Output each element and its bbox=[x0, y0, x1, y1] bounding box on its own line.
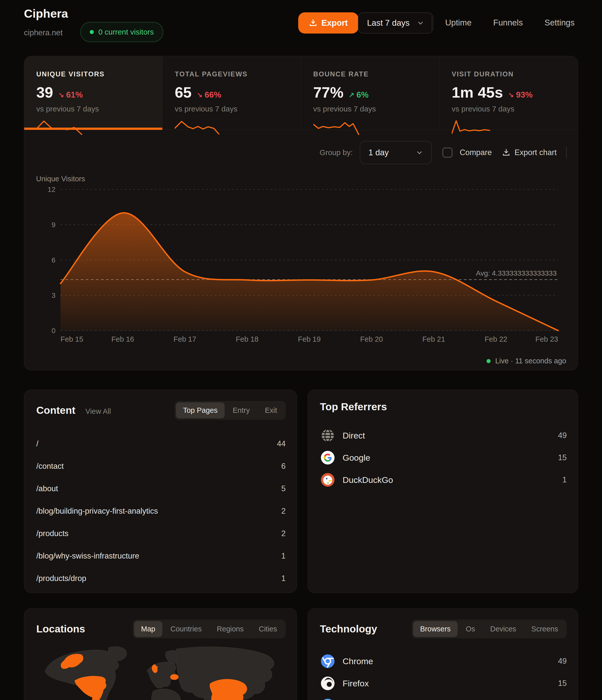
stat-visit-duration[interactable]: VISIT DURATION 1m 45s ↘ 93% vs previous … bbox=[440, 56, 578, 130]
live-status: Live · 11 seconds ago bbox=[486, 357, 566, 365]
list-item[interactable]: Direct 49 bbox=[320, 424, 567, 447]
stat-value: 65 bbox=[175, 84, 192, 101]
tab-cities[interactable]: Cities bbox=[252, 621, 284, 637]
svg-text:9: 9 bbox=[51, 221, 55, 229]
tab-top-pages[interactable]: Top Pages bbox=[176, 402, 225, 418]
list-item[interactable]: Google 15 bbox=[320, 447, 567, 469]
date-range-dropdown[interactable]: Last 7 days bbox=[358, 12, 433, 33]
stat-delta: ↘ 93% bbox=[508, 90, 533, 100]
chevron-down-icon bbox=[417, 19, 424, 27]
svg-text:Feb 20: Feb 20 bbox=[360, 335, 383, 343]
current-visitors-badge[interactable]: 0 current visitors bbox=[80, 22, 164, 42]
export-button[interactable]: Export bbox=[298, 12, 358, 33]
trend-down-icon: ↘ bbox=[197, 91, 202, 99]
stat-label: BOUNCE RATE bbox=[313, 70, 440, 78]
browser-count: 15 bbox=[558, 679, 567, 688]
page-count: 2 bbox=[281, 529, 285, 538]
list-item[interactable]: DuckDuckGo 1 bbox=[320, 469, 567, 491]
list-item[interactable]: Chrome 49 bbox=[320, 650, 567, 672]
compare-checkbox[interactable] bbox=[443, 148, 452, 157]
nav-item-settings[interactable]: Settings bbox=[545, 18, 575, 27]
locations-card: Locations Map Countries Regions Cities bbox=[24, 608, 297, 700]
live-status-label: Live · 11 seconds ago bbox=[495, 357, 566, 365]
svg-text:3: 3 bbox=[51, 292, 55, 299]
stat-delta-value: 61% bbox=[66, 90, 83, 100]
stat-compare-label: vs previous 7 days bbox=[313, 105, 440, 113]
live-dot-icon bbox=[90, 30, 94, 34]
stat-unique-visitors[interactable]: UNIQUE VISITORS 39 ↘ 61% vs previous 7 d… bbox=[24, 56, 162, 130]
locations-tabs: Map Countries Regions Cities bbox=[133, 620, 285, 639]
page-count: 6 bbox=[281, 462, 285, 471]
stat-delta-value: 93% bbox=[516, 90, 533, 100]
svg-text:Feb 23: Feb 23 bbox=[535, 335, 558, 343]
current-visitors-label: 0 current visitors bbox=[98, 28, 154, 36]
export-chart-button[interactable]: Export chart bbox=[502, 148, 557, 157]
stat-value: 77% bbox=[313, 84, 344, 101]
group-by-dropdown[interactable]: 1 day bbox=[360, 141, 432, 164]
tab-exit[interactable]: Exit bbox=[258, 402, 284, 418]
nav-item-uptime[interactable]: Uptime bbox=[445, 18, 472, 27]
nav-item-funnels[interactable]: Funnels bbox=[493, 18, 523, 27]
table-row[interactable]: /blog/building-privacy-first-analytics 2 bbox=[36, 500, 285, 522]
page-path: /about bbox=[36, 484, 58, 493]
list-item[interactable]: Firefox 15 bbox=[320, 672, 567, 695]
page-path: /blog/why-swiss-infrastructure bbox=[36, 551, 139, 560]
tab-entry[interactable]: Entry bbox=[226, 402, 257, 418]
table-row[interactable]: /about 5 bbox=[36, 477, 285, 500]
stat-total-pageviews[interactable]: TOTAL PAGEVIEWS 65 ↘ 66% vs previous 7 d… bbox=[162, 56, 301, 130]
content-tabs: Top Pages Entry Exit bbox=[174, 401, 285, 420]
top-referrers-card: Top Referrers Direct 49 Google bbox=[307, 390, 578, 593]
page-path: /products bbox=[36, 529, 69, 538]
svg-text:Avg: 4.333333333333333: Avg: 4.333333333333333 bbox=[476, 269, 557, 277]
stat-delta-value: 6% bbox=[356, 90, 369, 100]
group-by-value: 1 day bbox=[368, 148, 389, 157]
date-range-value: Last 7 days bbox=[367, 18, 410, 28]
page-title: Ciphera bbox=[24, 6, 68, 20]
stat-compare-label: vs previous 7 days bbox=[452, 105, 578, 113]
table-row[interactable]: /contact 6 bbox=[36, 455, 285, 477]
sparkline-chart bbox=[175, 119, 238, 135]
page-count: 1 bbox=[281, 574, 285, 583]
svg-text:Feb 22: Feb 22 bbox=[484, 335, 507, 343]
tab-screens[interactable]: Screens bbox=[524, 621, 565, 637]
view-all-link[interactable]: View All bbox=[85, 405, 111, 416]
stat-label: TOTAL PAGEVIEWS bbox=[175, 70, 301, 78]
tab-regions[interactable]: Regions bbox=[210, 621, 251, 637]
svg-text:Feb 16: Feb 16 bbox=[111, 335, 134, 343]
page-path: / bbox=[36, 439, 39, 448]
tab-map[interactable]: Map bbox=[134, 621, 162, 637]
content-title: Content bbox=[36, 404, 75, 416]
stat-compare-label: vs previous 7 days bbox=[36, 105, 162, 113]
stat-bounce-rate[interactable]: BOUNCE RATE 77% ↗ 6% vs previous 7 days bbox=[301, 56, 440, 130]
tab-countries[interactable]: Countries bbox=[164, 621, 209, 637]
chart-axis-title: Unique Visitors bbox=[36, 175, 85, 183]
list-item[interactable] bbox=[320, 695, 567, 700]
chrome-icon bbox=[320, 654, 335, 669]
tab-devices[interactable]: Devices bbox=[483, 621, 523, 637]
stat-delta: ↗ 6% bbox=[349, 90, 369, 100]
tab-browsers[interactable]: Browsers bbox=[413, 621, 458, 637]
export-chart-label: Export chart bbox=[515, 148, 557, 157]
stat-delta: ↘ 61% bbox=[58, 90, 83, 100]
download-icon bbox=[502, 148, 510, 157]
stats-row: UNIQUE VISITORS 39 ↘ 61% vs previous 7 d… bbox=[24, 56, 578, 130]
content-card: Content View All Top Pages Entry Exit / … bbox=[24, 390, 297, 593]
tab-os[interactable]: Os bbox=[458, 621, 482, 637]
table-row[interactable]: /blog/why-swiss-infrastructure 1 bbox=[36, 545, 285, 567]
controls-divider bbox=[566, 147, 567, 158]
page-count: 1 bbox=[281, 551, 285, 560]
table-row[interactable]: / 44 bbox=[36, 432, 285, 455]
world-map[interactable] bbox=[31, 644, 291, 700]
visitors-area-chart[interactable]: 036912Feb 15Feb 16Feb 17Feb 18Feb 19Feb … bbox=[34, 183, 569, 353]
map-highlight-central-europe bbox=[170, 674, 178, 680]
chevron-down-icon bbox=[416, 149, 423, 156]
trend-down-icon: ↘ bbox=[58, 91, 64, 99]
table-row[interactable]: /products/drop 1 bbox=[36, 567, 285, 590]
svg-text:Feb 15: Feb 15 bbox=[60, 335, 83, 343]
map-greenland bbox=[108, 647, 127, 661]
trend-down-icon: ↘ bbox=[508, 91, 514, 99]
page-count: 5 bbox=[281, 484, 285, 493]
browser-icon-partial bbox=[320, 698, 335, 700]
trend-up-icon: ↗ bbox=[349, 91, 354, 99]
table-row[interactable]: /products 2 bbox=[36, 522, 285, 545]
